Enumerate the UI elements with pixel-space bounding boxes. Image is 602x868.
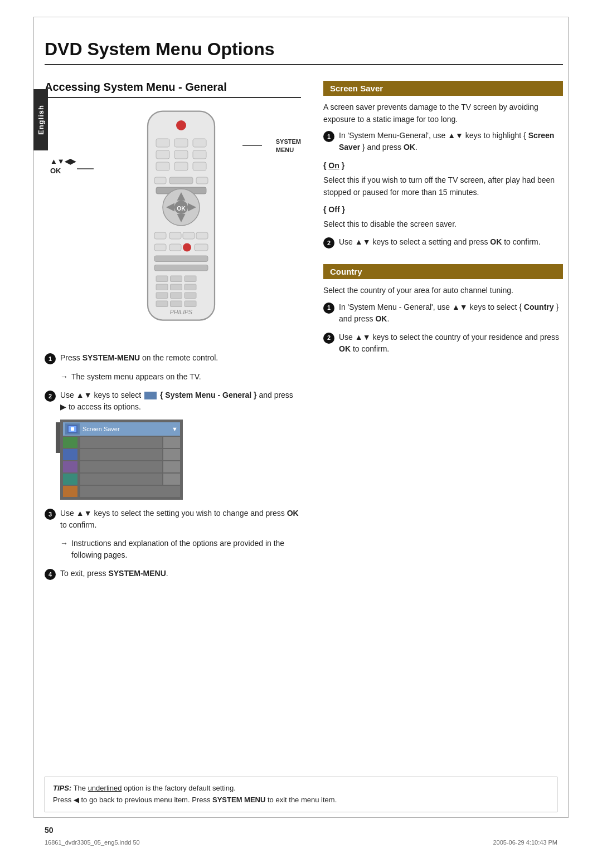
step-1-text: Press SYSTEM-MENU on the remote control. bbox=[60, 352, 218, 364]
ss-step-1-text: In 'System Menu-General', use ▲▼ keys to… bbox=[339, 130, 563, 153]
svg-rect-40 bbox=[156, 292, 168, 299]
arrow-bullet-2: → bbox=[60, 538, 68, 549]
country-section: Country Select the country of your area … bbox=[323, 264, 563, 355]
svg-rect-28 bbox=[154, 244, 166, 251]
step-3-text: Use ▲▼ keys to select the setting you wi… bbox=[60, 508, 301, 531]
svg-rect-32 bbox=[154, 256, 208, 262]
svg-rect-6 bbox=[193, 139, 206, 147]
svg-text:PHILIPS: PHILIPS bbox=[170, 309, 192, 315]
svg-rect-29 bbox=[169, 244, 181, 251]
tips-line2: Press ◀ to go back to previous menu item… bbox=[53, 796, 337, 804]
footer-file-info: 16861_dvdr3305_05_eng5.indd 50 bbox=[45, 839, 140, 846]
step-2-text: Use ▲▼ keys to select { System Menu - Ge… bbox=[60, 389, 301, 413]
page-number: 50 bbox=[45, 826, 54, 835]
right-column: Screen Saver A screen saver prevents dam… bbox=[323, 81, 563, 587]
screen-menu-row-2 bbox=[63, 437, 180, 448]
svg-rect-44 bbox=[171, 301, 182, 307]
svg-rect-8 bbox=[174, 150, 188, 159]
step-1: 1 Press SYSTEM-MENU on the remote contro… bbox=[45, 352, 301, 364]
country-step-1: 1 In 'System Menu - General', use ▲▼ key… bbox=[323, 301, 563, 325]
svg-text:OK: OK bbox=[177, 205, 186, 212]
footer-date-info: 2005-06-29 4:10:43 PM bbox=[493, 839, 557, 846]
svg-rect-36 bbox=[185, 276, 196, 282]
arrow-bullet: → bbox=[60, 371, 68, 383]
on-desc: Select this if you wish to turn off the … bbox=[323, 174, 563, 198]
svg-point-30 bbox=[183, 243, 191, 252]
svg-rect-25 bbox=[169, 232, 181, 239]
step-number-1: 1 bbox=[45, 353, 56, 364]
svg-rect-34 bbox=[156, 276, 168, 282]
screen-saver-arrow: ▼ bbox=[172, 426, 178, 432]
country-step-2-text: Use ▲▼ keys to select the country of you… bbox=[339, 331, 563, 355]
left-steps-lower: 3 Use ▲▼ keys to select the setting you … bbox=[45, 508, 301, 580]
svg-rect-43 bbox=[156, 301, 168, 307]
ss-step-num-1: 1 bbox=[323, 131, 334, 142]
svg-rect-14 bbox=[169, 177, 193, 184]
left-column: Accessing System Menu - General ▲▼◀▶OK S… bbox=[45, 81, 301, 587]
screen-saver-steps: 1 In 'System Menu-General', use ▲▼ keys … bbox=[323, 130, 563, 153]
country-step-1-text: In 'System Menu - General', use ▲▼ keys … bbox=[339, 301, 563, 325]
tips-label: TIPS: bbox=[53, 784, 71, 792]
svg-rect-4 bbox=[156, 139, 169, 147]
remote-image-area: ▲▼◀▶OK SYSTEMMENU bbox=[45, 107, 301, 341]
ss-step-2-text: Use ▲▼ keys to select a setting and pres… bbox=[339, 236, 541, 248]
screen-menu-row-3 bbox=[63, 449, 180, 460]
ss-step-num-2: 2 bbox=[323, 237, 334, 248]
country-step-num-1: 1 bbox=[323, 303, 334, 314]
svg-rect-24 bbox=[154, 232, 166, 239]
svg-rect-39 bbox=[185, 284, 196, 290]
screen-menu-row-6 bbox=[63, 486, 180, 497]
screen-saver-header: Screen Saver bbox=[323, 81, 563, 96]
svg-rect-45 bbox=[185, 301, 196, 307]
svg-rect-26 bbox=[183, 232, 195, 239]
step-number-4: 4 bbox=[45, 569, 56, 580]
on-title: { On } bbox=[323, 160, 563, 172]
page-title: DVD System Menu Options bbox=[45, 39, 563, 65]
section-heading: Accessing System Menu - General bbox=[45, 81, 301, 98]
screen-menu-row-5 bbox=[63, 474, 180, 485]
country-step-num-2: 2 bbox=[323, 333, 334, 344]
screen-saver-label: Screen Saver bbox=[82, 426, 172, 432]
svg-rect-37 bbox=[156, 284, 168, 290]
system-menu-label: SYSTEMMENU bbox=[276, 138, 301, 155]
svg-rect-10 bbox=[156, 162, 169, 170]
step-3: 3 Use ▲▼ keys to select the setting you … bbox=[45, 508, 301, 531]
screen-menu-row-4 bbox=[63, 461, 180, 472]
step-3-sub: → Instructions and explanation of the op… bbox=[60, 538, 301, 561]
screen-saver-step-1: 1 In 'System Menu-General', use ▲▼ keys … bbox=[323, 130, 563, 153]
svg-rect-11 bbox=[174, 162, 188, 170]
screen-saver-step2-list: 2 Use ▲▼ keys to select a setting and pr… bbox=[323, 236, 563, 248]
on-section: { On } Select this if you wish to turn o… bbox=[323, 160, 563, 198]
off-section: { Off } Select this to disable the scree… bbox=[323, 204, 563, 230]
svg-rect-42 bbox=[185, 292, 196, 299]
svg-rect-31 bbox=[195, 244, 208, 251]
tips-box: TIPS: The underlined option is the facto… bbox=[45, 777, 557, 812]
svg-rect-12 bbox=[193, 162, 206, 170]
svg-rect-41 bbox=[171, 292, 182, 299]
screen-saver-step-2: 2 Use ▲▼ keys to select a setting and pr… bbox=[323, 236, 563, 248]
country-intro: Select the country of your area for auto… bbox=[323, 285, 563, 297]
svg-point-3 bbox=[176, 120, 186, 130]
svg-rect-5 bbox=[174, 139, 188, 147]
country-steps: 1 In 'System Menu - General', use ▲▼ key… bbox=[323, 301, 563, 355]
step-number-3: 3 bbox=[45, 509, 56, 520]
step-4: 4 To exit, press SYSTEM-MENU. bbox=[45, 568, 301, 580]
screen-saver-intro: A screen saver prevents damage to the TV… bbox=[323, 101, 563, 125]
svg-rect-13 bbox=[154, 177, 166, 184]
off-title: { Off } bbox=[323, 204, 563, 216]
svg-rect-7 bbox=[156, 150, 169, 159]
svg-rect-33 bbox=[154, 265, 208, 271]
step-1-sub-text: The system menu appears on the TV. bbox=[71, 371, 201, 383]
country-header: Country bbox=[323, 264, 563, 279]
left-steps-list: 1 Press SYSTEM-MENU on the remote contro… bbox=[45, 352, 301, 413]
arrow-keys-label: ▲▼◀▶OK bbox=[50, 157, 76, 176]
svg-rect-38 bbox=[171, 284, 182, 290]
remote-svg: OK bbox=[131, 107, 231, 341]
step-4-text: To exit, press SYSTEM-MENU. bbox=[60, 568, 168, 579]
step-3-sub-text: Instructions and explanation of the opti… bbox=[71, 538, 301, 561]
off-desc: Select this to disable the screen saver. bbox=[323, 218, 563, 231]
step-number-2: 2 bbox=[45, 391, 56, 402]
svg-rect-35 bbox=[171, 276, 182, 282]
svg-rect-49 bbox=[71, 427, 74, 431]
country-step-2: 2 Use ▲▼ keys to select the country of y… bbox=[323, 331, 563, 355]
